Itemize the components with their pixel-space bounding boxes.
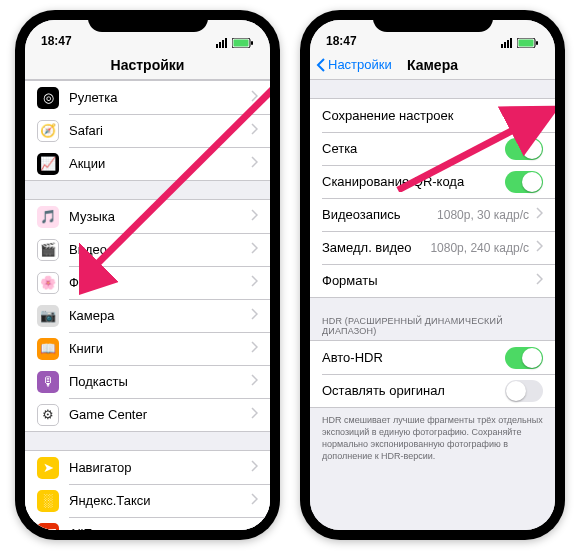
settings-row[interactable]: 🎙Подкасты [25, 365, 270, 398]
toggle-switch[interactable] [505, 138, 543, 160]
settings-row[interactable]: AEAliExpress [25, 517, 270, 530]
row-label: Safari [69, 123, 244, 138]
app-icon: AE [37, 523, 59, 531]
app-icon: 🎬 [37, 239, 59, 261]
app-icon: ➤ [37, 457, 59, 479]
navbar: Настройки [25, 50, 270, 80]
settings-row[interactable]: 📷Камера [25, 299, 270, 332]
signal-icon [216, 38, 230, 48]
battery-icon [232, 38, 254, 48]
row-label: Форматы [322, 273, 529, 288]
chevron-right-icon [250, 460, 258, 475]
app-icon: 🎙 [37, 371, 59, 393]
chevron-right-icon [250, 493, 258, 508]
app-icon: ⚙︎ [37, 404, 59, 426]
chevron-right-icon [250, 242, 258, 257]
chevron-right-icon [250, 90, 258, 105]
camera-row[interactable]: Сохранение настроек [310, 99, 555, 132]
chevron-right-icon [250, 407, 258, 422]
row-label: Сетка [322, 141, 505, 156]
camera-row[interactable]: Оставлять оригинал [310, 374, 555, 407]
row-label: Музыка [69, 209, 244, 224]
settings-row[interactable]: ➤Навигатор [25, 451, 270, 484]
settings-row[interactable]: 📈Акции [25, 147, 270, 180]
chevron-right-icon [250, 275, 258, 290]
camera-row[interactable]: Форматы [310, 264, 555, 297]
settings-row[interactable]: 🌸Фото [25, 266, 270, 299]
svg-rect-11 [510, 38, 512, 48]
chevron-right-icon [535, 207, 543, 222]
svg-rect-3 [225, 38, 227, 48]
app-icon: ░ [37, 490, 59, 512]
back-button[interactable]: Настройки [316, 57, 392, 72]
row-label: Сканирование QR-кода [322, 174, 505, 189]
toggle-switch[interactable] [505, 171, 543, 193]
chevron-right-icon [535, 240, 543, 255]
chevron-right-icon [250, 156, 258, 171]
row-label: Видео [69, 242, 244, 257]
battery-icon [517, 38, 539, 48]
row-label: Яндекс.Такси [69, 493, 244, 508]
chevron-right-icon [250, 209, 258, 224]
toggle-switch[interactable] [505, 347, 543, 369]
page-title: Настройки [111, 57, 185, 73]
app-icon: 📖 [37, 338, 59, 360]
notch [88, 10, 208, 32]
phone-frame-left: 18:47 Настройки ◎Рулетка🧭Safari📈Акции🎵Му… [15, 10, 280, 540]
svg-rect-0 [216, 44, 218, 48]
notch [373, 10, 493, 32]
svg-rect-10 [507, 40, 509, 48]
row-label: Книги [69, 341, 244, 356]
app-icon: 📈 [37, 153, 59, 175]
screen-right: 18:47 Настройки Камера Сохранение настро… [310, 20, 555, 530]
chevron-right-icon [250, 374, 258, 389]
row-label: Game Center [69, 407, 244, 422]
phone-frame-right: 18:47 Настройки Камера Сохранение настро… [300, 10, 565, 540]
row-detail: 1080p, 30 кадр/с [437, 208, 529, 222]
chevron-right-icon [535, 273, 543, 288]
app-icon: 🌸 [37, 272, 59, 294]
settings-row[interactable]: 🧭Safari [25, 114, 270, 147]
app-icon: 🧭 [37, 120, 59, 142]
svg-rect-5 [234, 40, 249, 47]
camera-row[interactable]: Сетка [310, 132, 555, 165]
svg-rect-2 [222, 40, 224, 48]
row-label: Рулетка [69, 90, 244, 105]
row-label: Фото [69, 275, 244, 290]
svg-rect-14 [536, 41, 538, 45]
camera-row[interactable]: Замедл. видео1080p, 240 кадр/с [310, 231, 555, 264]
back-label: Настройки [328, 57, 392, 72]
settings-row[interactable]: ░Яндекс.Такси [25, 484, 270, 517]
settings-row[interactable]: 📖Книги [25, 332, 270, 365]
row-label: Камера [69, 308, 244, 323]
settings-row[interactable]: ◎Рулетка [25, 81, 270, 114]
row-detail: 1080p, 240 кадр/с [430, 241, 529, 255]
signal-icon [501, 38, 515, 48]
chevron-left-icon [316, 58, 326, 72]
row-label: Видеозапись [322, 207, 437, 222]
settings-row[interactable]: 🎬Видео [25, 233, 270, 266]
navbar: Настройки Камера [310, 50, 555, 80]
camera-row[interactable]: Авто-HDR [310, 341, 555, 374]
svg-rect-8 [501, 44, 503, 48]
camera-row[interactable]: Сканирование QR-кода [310, 165, 555, 198]
settings-list[interactable]: ◎Рулетка🧭Safari📈Акции🎵Музыка🎬Видео🌸Фото📷… [25, 80, 270, 530]
toggle-switch[interactable] [505, 380, 543, 402]
app-icon: ◎ [37, 87, 59, 109]
chevron-right-icon [250, 123, 258, 138]
camera-row[interactable]: Видеозапись1080p, 30 кадр/с [310, 198, 555, 231]
row-label: Акции [69, 156, 244, 171]
chevron-right-icon [250, 341, 258, 356]
camera-settings[interactable]: Сохранение настроекСеткаСканирование QR-… [310, 80, 555, 530]
app-icon: 🎵 [37, 206, 59, 228]
app-icon: 📷 [37, 305, 59, 327]
settings-row[interactable]: 🎵Музыка [25, 200, 270, 233]
settings-row[interactable]: ⚙︎Game Center [25, 398, 270, 431]
status-time: 18:47 [326, 34, 357, 48]
chevron-right-icon [250, 526, 258, 530]
hdr-section-header: HDR (РАСШИРЕННЫЙ ДИНАМИЧЕСКИЙ ДИАПАЗОН) [310, 298, 555, 340]
svg-rect-13 [519, 40, 534, 47]
svg-rect-6 [251, 41, 253, 45]
row-label: AliExpress [69, 526, 244, 530]
row-label: Навигатор [69, 460, 244, 475]
